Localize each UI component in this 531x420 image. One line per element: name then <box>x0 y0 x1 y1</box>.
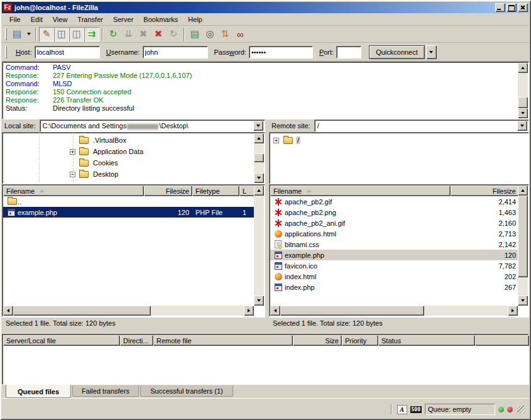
menu-item-bookmarks[interactable]: Bookmarks <box>138 14 183 25</box>
column-header-size[interactable]: Size <box>293 335 342 346</box>
tab-queued-files[interactable]: Queued files <box>6 385 71 398</box>
find-files-icon[interactable]: ∞ <box>233 27 248 41</box>
speed-limit-icon[interactable]: 500 <box>410 406 422 413</box>
scroll-down-button[interactable] <box>518 296 528 306</box>
scroll-thumb[interactable] <box>13 306 151 316</box>
local-tree-scrollbar[interactable] <box>254 133 264 183</box>
quickconnect-grip[interactable] <box>5 46 7 58</box>
local-list-vertical-scrollbar[interactable] <box>254 185 264 306</box>
menu-item-view[interactable]: View <box>48 14 73 25</box>
list-row[interactable]: applications.html 2,713 <box>270 228 519 239</box>
scroll-thumb[interactable] <box>280 306 424 316</box>
scroll-up-button[interactable] <box>518 63 528 73</box>
scroll-down-button[interactable] <box>254 173 264 183</box>
menu-item-help[interactable]: Help <box>183 14 207 25</box>
scroll-left-button[interactable] <box>270 306 280 316</box>
remote-list-horizontal-scrollbar[interactable] <box>270 306 518 316</box>
list-row[interactable]: favicon.ico 7,782 <box>270 260 519 271</box>
tree-item-application-data[interactable]: + Application Data <box>3 146 254 157</box>
scroll-thumb[interactable] <box>254 153 264 162</box>
local-list-body: .. example.php 120 PHP File 1 <box>3 196 255 306</box>
directory-comparison-icon[interactable]: ◎ <box>202 27 217 41</box>
combo-dropdown-button[interactable] <box>517 121 527 131</box>
menu-item-edit[interactable]: Edit <box>26 14 48 25</box>
list-row-parent-directory[interactable]: .. <box>3 196 255 207</box>
scroll-thumb[interactable] <box>518 196 528 277</box>
column-header-status[interactable]: Status <box>378 335 475 346</box>
refresh-icon[interactable]: ↻ <box>106 27 121 41</box>
window-title: john@localhost - FileZilla <box>14 4 495 11</box>
quickconnect-button[interactable]: Quickconnect <box>369 45 425 59</box>
scroll-thumb[interactable] <box>518 97 528 108</box>
list-row[interactable]: apache_pb2.gif 2,414 <box>270 196 519 207</box>
scroll-left-button[interactable] <box>3 306 13 316</box>
column-header-priority[interactable]: Priority <box>342 335 378 346</box>
scroll-right-button[interactable] <box>244 306 254 316</box>
local-status-text: Selected 1 file. Total size: 120 bytes <box>2 317 265 329</box>
tree-item-root[interactable]: + / <box>270 135 528 146</box>
menu-item-file[interactable]: File <box>4 14 26 25</box>
column-header-filesize[interactable]: Filesize <box>144 185 192 196</box>
tree-item-virtualbox[interactable]: .VirtualBox <box>3 135 254 146</box>
maximize-button[interactable] <box>506 3 517 12</box>
expand-icon[interactable]: + <box>70 149 75 155</box>
menu-item-transfer[interactable]: Transfer <box>72 14 108 25</box>
list-row-example-php[interactable]: example.php 120 PHP File 1 <box>3 207 255 218</box>
site-manager-icon[interactable]: ▤ <box>9 27 25 41</box>
tab-failed-transfers[interactable]: Failed transfers <box>72 385 139 397</box>
quickconnect-dropdown[interactable] <box>426 45 437 59</box>
column-header-filename[interactable]: Filename <box>270 185 451 196</box>
column-header-server-local-file[interactable]: Server/Local file <box>3 335 120 346</box>
remote-path-combobox[interactable]: / <box>314 119 529 132</box>
site-manager-dropdown[interactable] <box>25 27 33 41</box>
list-row[interactable]: bitnami.css 2,142 <box>270 239 519 250</box>
tab-successful-transfers[interactable]: Successful transfers (1) <box>140 385 233 397</box>
tree-item-desktop[interactable]: − Desktop <box>3 169 254 180</box>
list-row[interactable]: apache_pb2_ani.gif 2,160 <box>270 218 519 228</box>
port-input[interactable] <box>336 46 361 58</box>
column-header-direction[interactable]: Directi... <box>120 335 153 346</box>
tree-item-cookies[interactable]: Cookies <box>3 157 254 169</box>
remote-list-vertical-scrollbar[interactable] <box>518 185 528 306</box>
list-row-example-php[interactable]: example.php 120 <box>270 250 519 260</box>
toggle-remote-tree-icon[interactable]: ◫ <box>69 27 84 41</box>
host-input[interactable] <box>35 46 100 58</box>
local-path-combobox[interactable]: C:\Documents and Settings\Desktop\ <box>40 119 265 132</box>
column-header-filesize[interactable]: Filesize <box>451 185 519 196</box>
resize-grip[interactable] <box>517 406 525 414</box>
local-list-horizontal-scrollbar[interactable] <box>3 306 254 316</box>
column-header-last-modified[interactable]: L <box>239 185 255 196</box>
toolbar-grip[interactable] <box>5 28 7 40</box>
combo-dropdown-button[interactable] <box>253 121 263 131</box>
scroll-up-button[interactable] <box>518 185 528 196</box>
scroll-up-button[interactable] <box>254 185 264 196</box>
toggle-message-log-icon[interactable]: ✎ <box>39 27 54 41</box>
log-vertical-scrollbar[interactable] <box>518 63 528 118</box>
synchronized-browsing-icon[interactable]: ⇅ <box>217 27 233 41</box>
toggle-local-tree-icon[interactable]: ◫ <box>54 27 69 41</box>
menu-item-server[interactable]: Server <box>108 14 138 25</box>
titlebar[interactable]: Fz john@localhost - FileZilla <box>2 2 529 13</box>
close-button[interactable] <box>518 3 528 12</box>
list-row[interactable]: apache_pb2.png 1,463 <box>270 207 519 218</box>
scroll-down-button[interactable] <box>254 296 264 306</box>
scroll-up-button[interactable] <box>254 133 264 143</box>
disconnect-icon[interactable]: ✖ <box>151 27 166 41</box>
queue-header: Server/Local file Directi... Remote file… <box>3 335 529 346</box>
username-input[interactable] <box>143 46 208 58</box>
password-input[interactable] <box>249 46 313 58</box>
toggle-transfer-queue-icon[interactable]: ⇉ <box>84 27 99 41</box>
scroll-right-button[interactable] <box>508 306 518 316</box>
data-type-icon[interactable]: A <box>397 405 407 414</box>
column-header-filetype[interactable]: Filetype <box>192 185 239 196</box>
column-header-remote-file[interactable]: Remote file <box>153 335 293 346</box>
list-row[interactable]: index.php 267 <box>270 282 519 292</box>
arrow-up-icon <box>521 187 525 192</box>
expand-icon[interactable]: + <box>273 138 279 143</box>
list-row[interactable]: index.html 202 <box>270 271 519 282</box>
scroll-down-button[interactable] <box>518 108 528 118</box>
filter-icon[interactable]: ▤ <box>187 27 202 41</box>
minimize-button[interactable] <box>495 3 505 12</box>
column-header-filename[interactable]: Filename <box>3 185 144 196</box>
collapse-icon[interactable]: − <box>70 172 75 177</box>
